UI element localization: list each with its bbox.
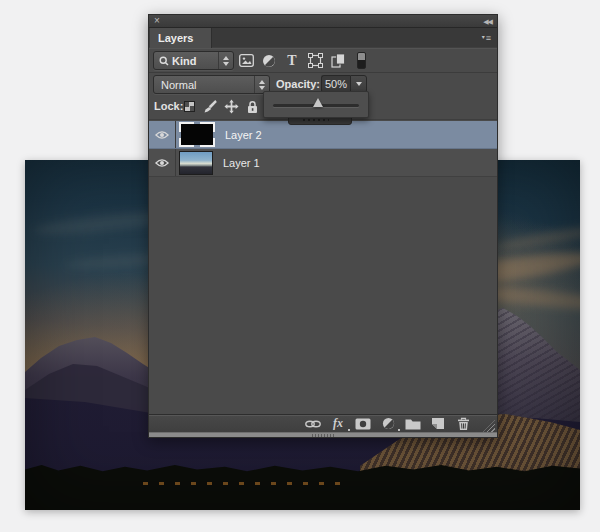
shape-layer-filter-icon[interactable] <box>307 53 323 69</box>
new-adjustment-layer-icon[interactable] <box>380 417 396 431</box>
panel-footer: fx <box>149 414 497 432</box>
lock-pixels-brush-icon[interactable] <box>203 99 218 114</box>
lock-label: Lock: <box>154 100 183 112</box>
menu-dot-icon <box>348 429 350 431</box>
tab-layers[interactable]: Layers <box>150 28 212 48</box>
layer-name[interactable]: Layer 2 <box>225 129 262 141</box>
type-layer-filter-icon[interactable]: T <box>284 53 300 69</box>
layers-panel: × ◀◀ Layers ▾≡ Kind T <box>148 14 498 438</box>
panel-drag-grip[interactable] <box>312 434 334 437</box>
opacity-label: Opacity: <box>276 78 320 90</box>
visibility-toggle[interactable] <box>149 149 176 176</box>
search-icon <box>159 56 169 66</box>
panel-menu-icon[interactable]: ▾≡ <box>482 31 491 45</box>
lock-all-icon[interactable] <box>245 99 260 114</box>
opacity-slider-track[interactable] <box>273 104 359 107</box>
layer-1-thumbnail-photo <box>179 151 213 175</box>
menu-lines-icon: ≡ <box>486 33 491 43</box>
opacity-slider-popup <box>263 91 369 118</box>
visibility-toggle[interactable] <box>149 121 176 148</box>
menu-triangle-icon: ▾ <box>482 34 485 40</box>
thumb-border-notch <box>213 132 215 138</box>
layer-thumbnail[interactable] <box>179 122 215 147</box>
fill-field-clipped-text <box>303 119 329 121</box>
filter-toggle[interactable] <box>357 52 366 69</box>
layer-row-layer-2[interactable]: Layer 2 <box>149 121 497 149</box>
layers-list: Layer 2 Layer 1 <box>149 121 497 414</box>
filter-icons: T <box>238 52 366 69</box>
layer-row-layer-1[interactable]: Layer 1 <box>149 149 497 177</box>
collapse-to-icons-icon[interactable]: ◀◀ <box>483 16 492 27</box>
panel-bottom-edge[interactable] <box>149 432 497 437</box>
panel-resize-grip[interactable] <box>483 420 495 432</box>
pixel-layer-filter-icon[interactable] <box>238 53 254 69</box>
layer-2-thumbnail-black <box>179 122 215 147</box>
menu-dot-icon <box>398 429 400 431</box>
thumb-border-notch <box>194 122 200 124</box>
panel-titlebar[interactable]: × ◀◀ <box>149 15 497 28</box>
close-icon[interactable]: × <box>154 15 160 27</box>
panel-tabbar: Layers ▾≡ <box>149 28 497 48</box>
smart-object-filter-icon[interactable] <box>330 53 346 69</box>
new-group-folder-icon[interactable] <box>405 417 421 431</box>
delete-layer-trash-icon[interactable] <box>455 417 471 431</box>
filter-kind-label: Kind <box>172 55 196 67</box>
lock-transparency-icon[interactable] <box>182 99 197 114</box>
adjustment-layer-filter-icon[interactable] <box>261 53 277 69</box>
blend-mode-select[interactable]: Normal <box>153 75 270 94</box>
new-layer-icon[interactable] <box>430 417 446 431</box>
thumb-border-notch <box>194 145 200 147</box>
layer-style-fx-icon[interactable]: fx <box>330 417 346 431</box>
lock-position-icon[interactable] <box>224 99 239 114</box>
layer-name[interactable]: Layer 1 <box>223 157 260 169</box>
filter-kind-select[interactable]: Kind <box>153 51 234 70</box>
add-layer-mask-icon[interactable] <box>355 417 371 431</box>
page: { "window": { "close_glyph": "×", "colla… <box>0 0 600 532</box>
link-layers-icon[interactable] <box>305 417 321 431</box>
opacity-slider-thumb[interactable] <box>313 98 323 107</box>
filter-row: Kind T <box>149 48 497 73</box>
thumb-border-notch <box>179 132 181 138</box>
lock-icons <box>182 99 260 114</box>
blend-mode-value: Normal <box>161 79 196 91</box>
layer-thumbnail[interactable] <box>179 151 213 175</box>
select-arrows-icon <box>218 52 233 69</box>
